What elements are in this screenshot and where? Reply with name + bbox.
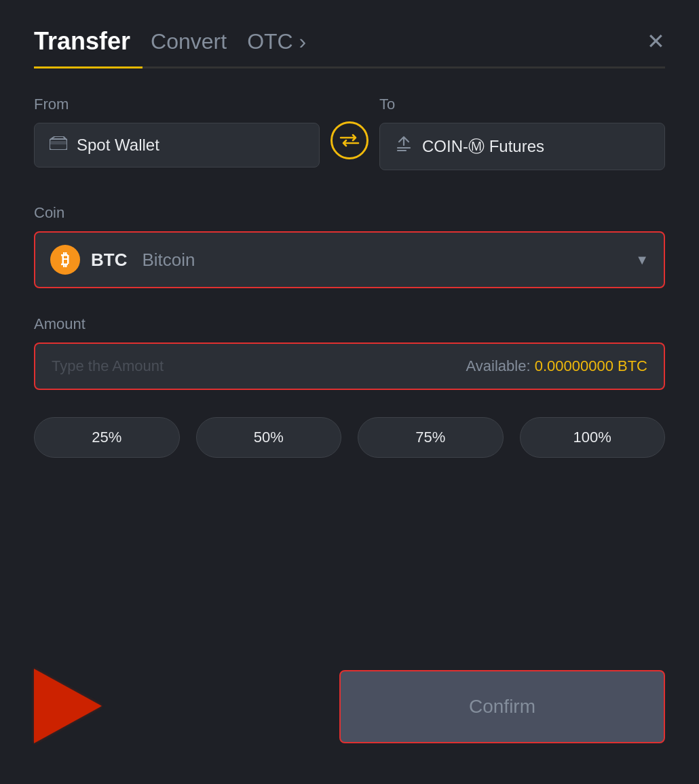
wallet-icon (50, 136, 67, 154)
tab-transfer[interactable]: Transfer (34, 27, 130, 56)
close-button[interactable]: ✕ (647, 31, 665, 52)
from-column: From Spot Wallet (34, 96, 320, 168)
from-wallet-label: Spot Wallet (77, 136, 159, 155)
from-wallet-selector[interactable]: Spot Wallet (34, 123, 320, 168)
amount-placeholder: Type the Amount (52, 357, 164, 375)
to-column: To COIN-Ⓜ Futures (379, 96, 665, 170)
pointer-arrow-icon (34, 669, 102, 743)
coin-section: Coin ₿ BTC Bitcoin ▼ (34, 204, 665, 288)
available-label: Available: (466, 357, 531, 374)
from-to-section: From Spot Wallet (34, 96, 665, 170)
confirm-button[interactable]: Confirm (339, 670, 665, 743)
available-text: Available: 0.00000000 BTC (466, 357, 647, 375)
amount-input-box: Type the Amount Available: 0.00000000 BT… (34, 342, 665, 390)
swap-button[interactable] (330, 121, 369, 159)
bottom-area: Confirm (34, 650, 665, 743)
amount-label: Amount (34, 315, 86, 332)
coin-dropdown[interactable]: ₿ BTC Bitcoin ▼ (34, 231, 665, 288)
coin-full-name: Bitcoin (142, 250, 195, 271)
to-wallet-label: COIN-Ⓜ Futures (422, 136, 544, 157)
svg-rect-1 (50, 141, 67, 144)
amount-section: Amount Type the Amount Available: 0.0000… (34, 315, 665, 390)
transfer-modal: Transfer Convert OTC › ✕ From Spot Walle (0, 0, 699, 784)
tab-otc[interactable]: OTC › (247, 29, 306, 54)
futures-icon (395, 136, 413, 157)
available-value: 0.00000000 BTC (535, 357, 647, 374)
to-wallet-selector[interactable]: COIN-Ⓜ Futures (379, 123, 665, 170)
pct-50-button[interactable]: 50% (196, 417, 342, 458)
pct-75-button[interactable]: 75% (358, 417, 504, 458)
coin-symbol: BTC (91, 250, 127, 271)
swap-button-container (320, 96, 379, 165)
to-label: To (379, 96, 665, 113)
pct-25-button[interactable]: 25% (34, 417, 180, 458)
header-tabs: Transfer Convert OTC › ✕ (34, 27, 665, 56)
btc-icon: ₿ (50, 245, 80, 275)
arrow-container (34, 669, 102, 743)
pct-100-button[interactable]: 100% (520, 417, 666, 458)
tab-convert[interactable]: Convert (151, 29, 227, 54)
active-tab-underline (34, 66, 665, 68)
chevron-down-icon: ▼ (635, 252, 649, 268)
from-label: From (34, 96, 320, 113)
percentage-buttons: 25% 50% 75% 100% (34, 417, 665, 458)
coin-label: Coin (34, 204, 64, 221)
